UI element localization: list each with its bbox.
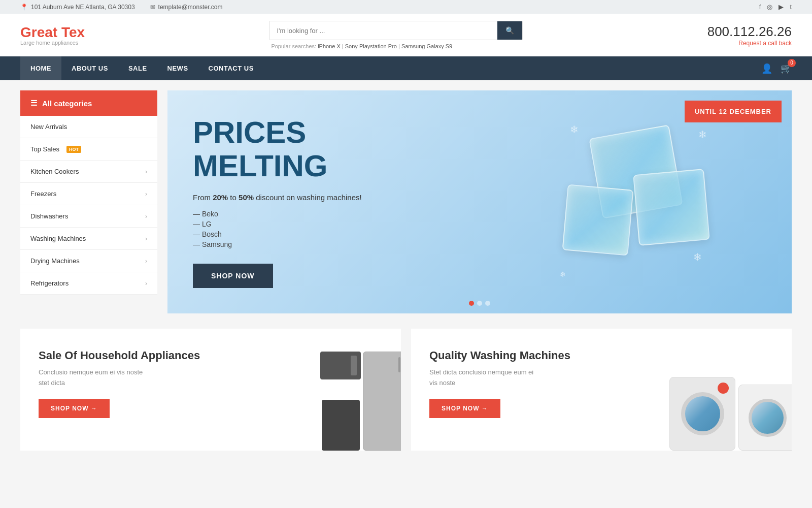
sidebar-item-label: Kitchen Cookers (30, 168, 79, 175)
social-links: f ◎ ▶ t (759, 3, 792, 11)
sidebar-item-label: Dishwashers (30, 212, 68, 220)
logo[interactable]: Great Tex Large home appliances (20, 24, 85, 46)
address: 📍 101 Auburn Ave NE Atlanta, GA 30303 (20, 4, 135, 11)
facebook-icon[interactable]: f (759, 3, 761, 11)
ice-cube-3 (633, 169, 710, 246)
sidebar-item-washing-machines[interactable]: Washing Machines › (20, 228, 157, 250)
top-bar-left: 📍 101 Auburn Ave NE Atlanta, GA 30303 ✉ … (20, 4, 223, 11)
brand-beko: — Beko (193, 210, 362, 218)
snowflake-icon: ❄ (698, 129, 707, 141)
popular-item-3[interactable]: Samsung Galaxy S9 (401, 43, 452, 49)
header: Great Tex Large home appliances 🔍 Popula… (0, 14, 812, 56)
brand-samsung: — Samsung (193, 240, 362, 248)
hero-subtitle: From 20% to 50% discount on washing mach… (193, 193, 362, 202)
sidebar-item-freezers[interactable]: Freezers › (20, 183, 157, 205)
ice-scene: ❄ ❄ ❄ ❄ (555, 121, 717, 283)
search-button[interactable]: 🔍 (497, 21, 522, 40)
card-1-text: Conclusio nemque eum ei vis noste stet d… (39, 367, 150, 389)
washer-door-2 (749, 399, 787, 437)
sidebar-item-dishwashers[interactable]: Dishwashers › (20, 205, 157, 228)
cart-icon[interactable]: 🛒 0 (781, 63, 792, 74)
snowflake-icon: ❄ (570, 123, 579, 136)
card-household: Sale Of Household Appliances Conclusio n… (20, 329, 401, 451)
sidebar: ☰ All categories New Arrivals Top Sales … (20, 90, 157, 313)
popular-item-1[interactable]: iPhone X (318, 43, 341, 49)
chevron-right-icon: › (145, 258, 147, 265)
sidebar-item-label: Drying Machines (30, 257, 80, 265)
washer-door-1 (681, 392, 724, 435)
logo-letter: G (20, 24, 31, 40)
chevron-right-icon: › (145, 235, 147, 242)
search-input[interactable] (269, 21, 497, 40)
oven-icon (322, 400, 360, 451)
popular-item-2[interactable]: Sony Playstation Pro (345, 43, 397, 49)
popular-searches: Popular searches: iPhone X | Sony Playst… (269, 43, 523, 49)
hero-brands: — Beko — LG — Bosch — Samsung (193, 210, 362, 248)
navigation: HOME ABOUT US SALE NEWS CONTACT US 👤 🛒 0 (0, 56, 812, 80)
card-2-text: Stet dicta conclusio nemque eum ei vis n… (429, 367, 541, 389)
sidebar-item-label: Washing Machines (30, 235, 86, 242)
sidebar-item-label: Refrigerators (30, 279, 69, 287)
sidebar-item-top-sales[interactable]: Top Sales HOT (20, 138, 157, 161)
menu-icon: ☰ (30, 99, 37, 108)
chevron-right-icon: › (145, 280, 147, 287)
logo-text: Great Tex (20, 24, 85, 41)
call-back-link[interactable]: Request a call back (707, 40, 792, 47)
hero-image: ❄ ❄ ❄ ❄ (480, 90, 792, 313)
twitter-icon[interactable]: t (790, 3, 792, 11)
header-phone: 800.112.26.26 Request a call back (707, 24, 792, 47)
email: ✉ template@monster.com (150, 4, 223, 11)
hot-badge: HOT (66, 146, 81, 153)
slide-dots (469, 301, 490, 306)
card-1-shop-button[interactable]: SHOP NOW → (39, 399, 110, 418)
nav-right: 👤 🛒 0 (761, 63, 792, 74)
nav-news[interactable]: NEWS (157, 56, 198, 80)
location-icon: 📍 (20, 4, 28, 11)
sidebar-item-kitchen-cookers[interactable]: Kitchen Cookers › (20, 161, 157, 183)
card-1-image (320, 329, 401, 451)
dot-1[interactable] (469, 301, 474, 306)
top-bar: 📍 101 Auburn Ave NE Atlanta, GA 30303 ✉ … (0, 0, 812, 14)
brand-lg: — LG (193, 220, 362, 228)
nav-home[interactable]: HOME (20, 56, 61, 80)
hero-content: PRICES MELTING From 20% to 50% discount … (167, 90, 387, 313)
snowflake-icon: ❄ (693, 251, 702, 263)
ice-cube-2 (562, 184, 633, 256)
hero-badge: UNTIL 12 DECEMBER (685, 101, 782, 122)
sidebar-item-label: Freezers (30, 190, 56, 198)
phone-number: 800.112.26.26 (707, 24, 792, 40)
dot-3[interactable] (485, 301, 490, 306)
search-area: 🔍 Popular searches: iPhone X | Sony Play… (269, 21, 523, 49)
chevron-right-icon: › (145, 168, 147, 175)
instagram-icon[interactable]: ◎ (767, 3, 772, 11)
washer-panel (718, 383, 729, 394)
microwave-icon (320, 352, 361, 379)
search-box: 🔍 (269, 21, 523, 40)
account-icon[interactable]: 👤 (761, 63, 772, 74)
email-icon: ✉ (150, 4, 155, 11)
sidebar-header: ☰ All categories (20, 90, 157, 116)
washer-1 (669, 377, 735, 451)
hero-shop-now-button[interactable]: SHOP NOW (193, 264, 273, 288)
nav-about[interactable]: ABOUT US (61, 56, 118, 80)
card-2-shop-button[interactable]: SHOP NOW → (429, 399, 500, 418)
nav-sale[interactable]: SALE (118, 56, 157, 80)
brand-bosch: — Bosch (193, 230, 362, 238)
card-2-image (669, 329, 792, 451)
youtube-icon[interactable]: ▶ (779, 3, 784, 11)
nav-contact[interactable]: CONTACT US (198, 56, 264, 80)
cards-section: Sale Of Household Appliances Conclusio n… (0, 319, 812, 461)
nav-links: HOME ABOUT US SALE NEWS CONTACT US (20, 56, 264, 80)
washing-group (669, 349, 792, 451)
sidebar-item-refrigerators[interactable]: Refrigerators › (20, 272, 157, 295)
dot-2[interactable] (477, 301, 482, 306)
sidebar-item-label: Top Sales HOT (30, 145, 81, 153)
sidebar-item-new-arrivals[interactable]: New Arrivals (20, 116, 157, 138)
logo-subtitle: Large home appliances (20, 40, 85, 46)
washer-2 (738, 385, 792, 451)
hero-banner: PRICES MELTING From 20% to 50% discount … (167, 90, 792, 313)
card-washing: Quality Washing Machines Stet dicta conc… (411, 329, 792, 451)
sidebar-item-drying-machines[interactable]: Drying Machines › (20, 250, 157, 272)
appliance-group (320, 349, 401, 451)
cart-badge: 0 (788, 59, 796, 67)
